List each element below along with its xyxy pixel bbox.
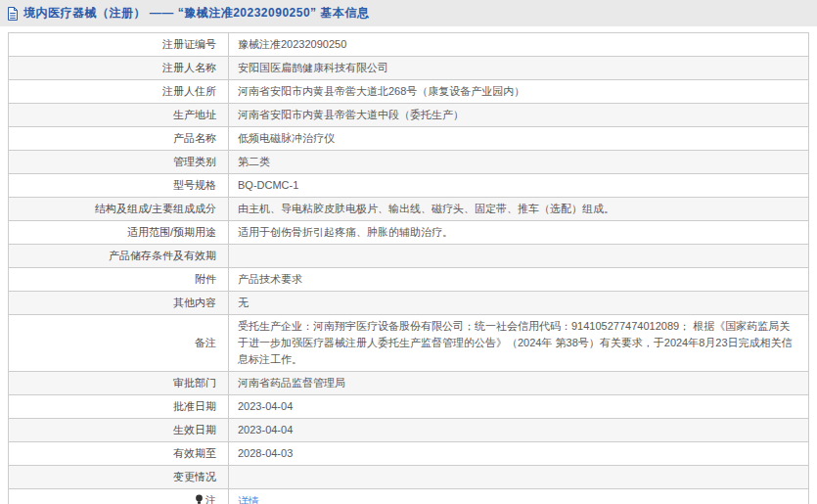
row-label: 生效日期: [9, 419, 229, 442]
table-row: 注册人名称安阳国医扁鹊健康科技有限公司: [9, 57, 809, 80]
row-label-text: 型号规格: [173, 179, 216, 191]
table-row: 注册人住所河南省安阳市内黄县帝喾大道北268号（康复设备产业园内）: [9, 80, 809, 104]
row-value: 豫械注准20232090250: [229, 33, 809, 57]
table-row: 附件产品技术要求: [9, 268, 809, 292]
row-label: 适用范围/预期用途: [9, 221, 229, 245]
row-value: 河南省安阳市内黄县帝喾大道中段（委托生产）: [229, 104, 809, 127]
row-value-text: 第二类: [238, 156, 270, 167]
row-label-text: 生产地址: [173, 109, 216, 120]
row-value: 适用于创伤骨折引起疼痛、肿胀的辅助治疗。: [229, 221, 809, 245]
row-label-text: 批准日期: [173, 400, 216, 412]
row-label: 附件: [9, 268, 229, 292]
row-label: 注: [9, 489, 229, 504]
row-label-text: 附件: [195, 273, 216, 285]
row-value: 由主机、导电粘胶皮肤电极片、输出线、磁疗头、固定带、推车（选配）组成。: [229, 198, 809, 221]
row-value: 河南省安阳市内黄县帝喾大道北268号（康复设备产业园内）: [229, 80, 809, 104]
row-value: 产品技术要求: [229, 268, 809, 292]
row-label: 批准日期: [9, 395, 229, 419]
row-value-text: 2023-04-04: [238, 400, 293, 412]
row-value: 2023-04-04: [229, 395, 809, 419]
table-row: 注册证编号豫械注准20232090250: [9, 33, 809, 57]
row-value-text: 产品技术要求: [238, 273, 302, 285]
table-row: 生产地址河南省安阳市内黄县帝喾大道中段（委托生产）: [9, 104, 809, 127]
row-value-text: 由主机、导电粘胶皮肤电极片、输出线、磁疗头、固定带、推车（选配）组成。: [238, 203, 614, 214]
row-value: 安阳国医扁鹊健康科技有限公司: [229, 57, 809, 80]
row-value-text: 2028-04-03: [238, 447, 293, 459]
row-label-text: 有效期至: [173, 447, 216, 459]
row-label: 管理类别: [9, 151, 229, 174]
row-label: 型号规格: [9, 174, 229, 198]
row-label-text: 产品储存条件及有效期: [109, 250, 216, 261]
row-label-text: 其他内容: [173, 297, 216, 308]
row-label-text: 注册人名称: [162, 62, 216, 73]
row-value: 低频电磁脉冲治疗仪: [229, 127, 809, 151]
row-value: 第二类: [229, 151, 809, 174]
row-label-text: 适用范围/预期用途: [127, 226, 216, 238]
row-label: 产品名称: [9, 127, 229, 151]
row-label: 变更情况: [9, 466, 229, 489]
row-label-text: 产品名称: [173, 132, 216, 144]
row-label: 注册证编号: [9, 33, 229, 57]
table-row: 产品储存条件及有效期: [9, 245, 809, 268]
table-row: 适用范围/预期用途适用于创伤骨折引起疼痛、肿胀的辅助治疗。: [9, 221, 809, 245]
table-row: 产品名称低频电磁脉冲治疗仪: [9, 127, 809, 151]
row-label: 备注: [9, 315, 229, 372]
note-icon: [195, 493, 204, 504]
table-row: 注详情: [9, 489, 809, 504]
row-label: 其他内容: [9, 292, 229, 315]
row-label-text: 注册人住所: [162, 85, 216, 97]
row-label-text: 注: [205, 494, 216, 504]
table-row: 结构及组成/主要组成成分由主机、导电粘胶皮肤电极片、输出线、磁疗头、固定带、推车…: [9, 198, 809, 221]
table-body: 注册证编号豫械注准20232090250注册人名称安阳国医扁鹊健康科技有限公司注…: [9, 33, 809, 504]
row-label-text: 审批部门: [173, 377, 216, 389]
row-value-text: 河南省药品监督管理局: [238, 377, 345, 389]
row-label-text: 备注: [195, 337, 216, 348]
row-value-text: 低频电磁脉冲治疗仪: [238, 132, 335, 144]
row-value-text: 受托生产企业：河南翔宇医疗设备股份有限公司；统一社会信用代码：914105277…: [238, 320, 793, 365]
row-value: [229, 245, 809, 268]
row-label: 注册人住所: [9, 80, 229, 104]
row-label-text: 生效日期: [173, 424, 216, 435]
row-label: 结构及组成/主要组成成分: [9, 198, 229, 221]
row-value: 2028-04-03: [229, 442, 809, 466]
row-label-text: 结构及组成/主要组成成分: [95, 203, 216, 214]
table-row: 管理类别第二类: [9, 151, 809, 174]
row-value: BQ-DCMC-1: [229, 174, 809, 198]
row-label: 有效期至: [9, 442, 229, 466]
row-value: 无: [229, 292, 809, 315]
table-row: 备注受托生产企业：河南翔宇医疗设备股份有限公司；统一社会信用代码：9141052…: [9, 315, 809, 372]
table-row: 有效期至2028-04-03: [9, 442, 809, 466]
page-header: 境内医疗器械（注册） —— “豫械注准20232090250” 基本信息: [0, 0, 817, 26]
details-link[interactable]: 详情: [238, 495, 259, 504]
row-label-text: 变更情况: [173, 471, 216, 482]
row-value: 河南省药品监督管理局: [229, 372, 809, 395]
row-value-text: 豫械注准20232090250: [238, 38, 346, 50]
row-value: [229, 466, 809, 489]
table-row: 生效日期2023-04-04: [9, 419, 809, 442]
row-value-text: BQ-DCMC-1: [238, 179, 298, 191]
table-row: 变更情况: [9, 466, 809, 489]
row-value-text: 河南省安阳市内黄县帝喾大道中段（委托生产）: [238, 109, 464, 120]
row-label-text: 注册证编号: [162, 38, 216, 50]
row-label-text: 管理类别: [173, 156, 216, 167]
row-label: 审批部门: [9, 372, 229, 395]
document-icon: [7, 7, 19, 21]
row-value: 详情: [229, 489, 809, 504]
row-label: 产品储存条件及有效期: [9, 245, 229, 268]
table-row: 批准日期2023-04-04: [9, 395, 809, 419]
row-value-text: 适用于创伤骨折引起疼痛、肿胀的辅助治疗。: [238, 226, 453, 238]
row-value: 受托生产企业：河南翔宇医疗设备股份有限公司；统一社会信用代码：914105277…: [229, 315, 809, 372]
row-value-text: 2023-04-04: [238, 424, 293, 435]
table-row: 其他内容无: [9, 292, 809, 315]
page-title: 境内医疗器械（注册） —— “豫械注准20232090250” 基本信息: [23, 5, 369, 22]
row-label: 生产地址: [9, 104, 229, 127]
table-row: 型号规格BQ-DCMC-1: [9, 174, 809, 198]
row-value: 2023-04-04: [229, 419, 809, 442]
row-value-text: 安阳国医扁鹊健康科技有限公司: [238, 62, 388, 73]
registration-table: 注册证编号豫械注准20232090250注册人名称安阳国医扁鹊健康科技有限公司注…: [8, 32, 809, 504]
row-value-text: 无: [238, 297, 249, 308]
row-label: 注册人名称: [9, 57, 229, 80]
table-row: 审批部门河南省药品监督管理局: [9, 372, 809, 395]
row-value-text: 河南省安阳市内黄县帝喾大道北268号（康复设备产业园内）: [238, 85, 524, 97]
